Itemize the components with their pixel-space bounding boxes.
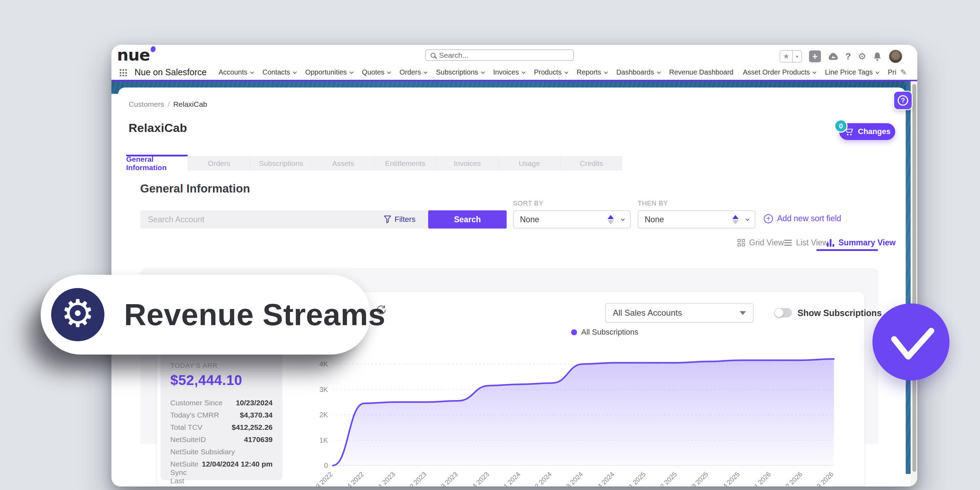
stat-row-list: Customer Since10/23/2024Today's CMRR$4,3… [170, 399, 273, 487]
todays-arr-value: $52,444.10 [170, 373, 273, 388]
svg-text:Q4 2024: Q4 2024 [592, 470, 616, 487]
nav-item-subscriptions[interactable]: Subscriptions [436, 68, 484, 76]
app-launcher-icon[interactable] [119, 68, 127, 76]
add-sort-field-label: Add new sort field [777, 214, 841, 223]
user-avatar[interactable] [889, 49, 902, 63]
svg-text:Q2 2024: Q2 2024 [530, 470, 553, 487]
summary-view-toggle[interactable]: Summary View [827, 238, 896, 247]
arr-area-chart[interactable]: 01K2K3K4KQ3 2022Q4 2022Q1 2023Q2 2023Q3 … [308, 350, 855, 487]
nav-item-invoices[interactable]: Invoices [493, 68, 525, 76]
tab-orders[interactable]: Orders [188, 156, 250, 170]
favorites-star-icon[interactable]: ★ [780, 51, 792, 62]
scrollbar-track[interactable] [911, 81, 917, 487]
nav-item-revenue-dashboard[interactable]: Revenue Dashboard [669, 68, 733, 76]
help-icon[interactable]: ? [845, 51, 851, 62]
tab-invoices[interactable]: Invoices [437, 156, 499, 170]
list-view-toggle[interactable]: List View [784, 238, 828, 247]
circled-plus-icon: + [764, 214, 773, 223]
record-tabs: General InformationOrdersSubscriptionsAs… [126, 156, 622, 170]
search-icon [431, 53, 436, 58]
nav-item-price-tiers[interactable]: Price Tiers [888, 68, 896, 76]
notifications-bell-icon[interactable] [873, 52, 881, 61]
tab-general-information[interactable]: General Information [126, 156, 188, 170]
nav-item-line-price-tags[interactable]: Line Price Tags [825, 68, 878, 76]
nav-item-quotes[interactable]: Quotes [362, 68, 390, 76]
svg-text:Q2 2026: Q2 2026 [780, 470, 803, 487]
sort-direction-icon[interactable] [732, 215, 738, 224]
svg-text:Q4 2023: Q4 2023 [467, 470, 490, 487]
sales-account-select[interactable]: All Sales Accounts [605, 303, 754, 323]
sort-by-label: SORT BY [513, 200, 543, 207]
svg-text:Q3 2026: Q3 2026 [811, 470, 835, 487]
grid-view-toggle[interactable]: Grid View [738, 238, 784, 247]
summary-view-active-underline [816, 249, 878, 251]
svg-text:Q4 2025: Q4 2025 [718, 470, 741, 487]
show-subscriptions-toggle[interactable] [774, 308, 792, 317]
changes-count-badge: 0 [834, 119, 848, 133]
nav-item-contacts[interactable]: Contacts [262, 68, 296, 76]
nav-item-accounts[interactable]: Accounts [219, 68, 253, 76]
svg-text:Q1 2025: Q1 2025 [624, 470, 647, 487]
svg-text:3K: 3K [320, 386, 328, 393]
marketing-canvas: nue Search... ★ ▾ + ? ⚙ [0, 0, 980, 490]
tab-credits[interactable]: Credits [561, 156, 622, 170]
show-subscriptions-label: Show Subscriptions [797, 308, 881, 318]
list-icon [784, 240, 792, 246]
chevron-down-icon [293, 70, 297, 73]
then-by-dropdown[interactable]: None [638, 210, 756, 228]
nav-item-orders[interactable]: Orders [399, 68, 426, 76]
tab-subscriptions[interactable]: Subscriptions [250, 156, 312, 170]
nav-item-products[interactable]: Products [534, 68, 567, 76]
help-floating-button[interactable]: ? [894, 92, 912, 109]
chevron-down-icon [387, 70, 391, 73]
chart-legend[interactable]: All Subscriptions [571, 328, 638, 337]
sort-by-value: None [520, 215, 608, 224]
stat-row-netsuite-subsidiary: NetSuite Subsidiary [170, 448, 273, 456]
check-circle-badge [872, 303, 950, 381]
stat-row-customer-since: Customer Since10/23/2024 [170, 399, 273, 407]
filters-button[interactable]: Filters [371, 210, 428, 228]
favorites-button[interactable]: ★ ▾ [780, 50, 802, 63]
nue-logo: nue [117, 46, 156, 64]
svg-text:Q3 2023: Q3 2023 [436, 470, 459, 487]
theme-banner-right-strip [906, 81, 911, 474]
tab-usage[interactable]: Usage [499, 156, 561, 170]
global-search-placeholder: Search... [439, 51, 468, 60]
search-button[interactable]: Search [428, 210, 507, 228]
tab-entitlements[interactable]: Entitlements [375, 156, 437, 170]
scrollbar-thumb[interactable] [912, 84, 916, 472]
stat-value: $4,370.34 [240, 411, 273, 419]
sort-direction-icon[interactable] [608, 215, 614, 224]
stat-row-netsuite-sync-last: NetSuite Sync Last12/04/2024 12:40 pm [170, 460, 273, 485]
breadcrumb-customers-link[interactable]: Customers [129, 100, 164, 108]
app-name[interactable]: Nue on Salesforce [135, 67, 207, 77]
edit-nav-pencil-icon[interactable]: ✎ [900, 68, 907, 77]
stat-label: Total TCV [170, 423, 202, 431]
global-search-input[interactable]: Search... [425, 49, 574, 61]
nav-item-asset-order-products[interactable]: Asset Order Products [743, 68, 815, 76]
setup-gear-icon[interactable]: ⚙ [858, 51, 866, 62]
nav-item-label: Reports [577, 68, 601, 76]
app-navigation-bar: Nue on Salesforce AccountsContactsOpport… [111, 65, 917, 80]
sort-by-dropdown[interactable]: None [513, 210, 631, 228]
add-icon[interactable]: + [809, 51, 821, 62]
chevron-down-icon [813, 70, 816, 73]
legend-dot-icon [571, 329, 577, 335]
trailhead-icon[interactable] [828, 52, 838, 60]
changes-button[interactable]: Changes [839, 123, 895, 140]
favorites-caret-icon[interactable]: ▾ [792, 51, 801, 62]
nav-item-opportunities[interactable]: Opportunities [305, 68, 353, 76]
list-view-label: List View [796, 238, 828, 247]
nav-item-reports[interactable]: Reports [577, 68, 607, 76]
stat-label: NetSuite Sync Last [170, 460, 202, 485]
chevron-down-icon [350, 70, 353, 73]
nav-item-dashboards[interactable]: Dashboards [616, 68, 660, 76]
nav-item-label: Products [534, 68, 562, 76]
account-stats-panel: TODAY'S ARR $52,444.10 Customer Since10/… [161, 350, 282, 480]
chevron-down-icon [481, 70, 485, 73]
svg-text:Q3 2025: Q3 2025 [686, 470, 710, 487]
add-sort-field-link[interactable]: + Add new sort field [764, 214, 841, 223]
funnel-icon [384, 216, 391, 223]
tab-assets[interactable]: Assets [312, 156, 374, 170]
stat-row-today-s-cmrr: Today's CMRR$4,370.34 [170, 411, 273, 419]
